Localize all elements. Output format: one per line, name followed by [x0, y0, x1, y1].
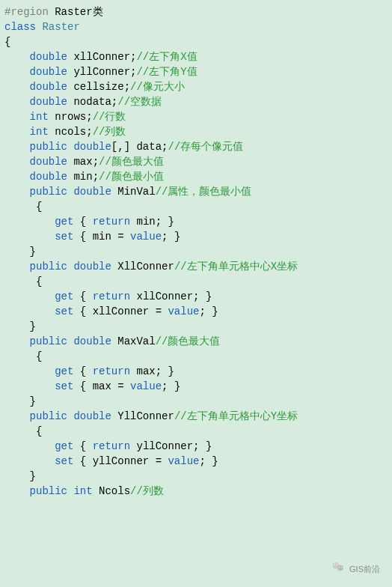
- code-token-txt: { yllConner =: [73, 455, 168, 467]
- code-token-txt: ; }: [162, 231, 180, 243]
- code-line: {: [4, 349, 392, 364]
- code-token-kw: return: [93, 216, 130, 228]
- code-token-txt: nodata;: [67, 96, 117, 108]
- code-token-kw: public: [30, 485, 67, 497]
- code-token-cm: //颜色最大值: [156, 335, 221, 347]
- code-token-kw: get: [55, 216, 73, 228]
- code-line: get { return yllConner; }: [4, 439, 392, 454]
- code-token-cm: //列数: [130, 485, 164, 497]
- code-line: double min;//颜色最小值: [4, 169, 392, 184]
- code-line: set { yllConner = value; }: [4, 454, 392, 469]
- code-token-txt: {: [73, 291, 92, 302]
- code-line: {: [4, 424, 392, 439]
- code-line: get { return xllConner; }: [4, 289, 392, 304]
- code-line: public double[,] data;//存每个像元值: [4, 139, 392, 154]
- code-token-kw: return: [93, 291, 130, 302]
- code-line: set { min = value; }: [4, 229, 392, 244]
- code-token-txt: min; }: [130, 216, 174, 228]
- code-token-kw: double: [73, 186, 111, 198]
- code-token-kw: double: [30, 96, 67, 108]
- code-token-txt: max;: [67, 156, 99, 168]
- code-line: }: [4, 319, 392, 334]
- code-token-kw: value: [168, 305, 199, 317]
- code-token-txt: {: [73, 365, 92, 377]
- svg-point-2: [334, 564, 335, 565]
- code-line: double xllConner;//左下角X值: [4, 49, 392, 64]
- code-token-txt: {: [73, 440, 92, 452]
- code-line: get { return max; }: [4, 364, 392, 379]
- code-token-txt: ; }: [199, 455, 218, 467]
- code-line: {: [4, 34, 392, 49]
- code-token-kw: public: [30, 335, 67, 347]
- code-token-txt: YllConner: [111, 410, 174, 422]
- code-token-cm: //空数据: [117, 96, 162, 108]
- code-token-cm: //左下角单元格中心Y坐标: [174, 410, 298, 422]
- code-token-kw: public: [30, 261, 67, 273]
- code-token-kw: get: [55, 365, 73, 377]
- code-token-kw: return: [93, 440, 130, 452]
- code-token-txt: ; }: [199, 305, 218, 317]
- code-token-txt: max; }: [130, 365, 174, 377]
- code-line: set { xllConner = value; }: [4, 304, 392, 319]
- svg-point-5: [341, 567, 342, 568]
- code-token-kw: double: [30, 81, 67, 93]
- code-token-kw: double: [73, 410, 111, 422]
- code-token-cm: //左下角单元格中心X坐标: [174, 261, 298, 273]
- code-token-kw: public: [30, 141, 67, 153]
- code-token-txt: nrows;: [49, 111, 93, 123]
- code-token-txt: [,] data;: [111, 141, 168, 153]
- code-token-cm: //属性，颜色最小值: [156, 186, 252, 198]
- code-token-txt: Ncols: [93, 485, 130, 497]
- code-token-type: Raster: [42, 21, 79, 33]
- code-token-txt: {: [73, 216, 92, 228]
- code-token-txt: }: [30, 395, 36, 407]
- code-token-kw: double: [30, 156, 67, 168]
- code-line: double nodata;//空数据: [4, 94, 392, 109]
- code-line: public double MinVal//属性，颜色最小值: [4, 184, 392, 199]
- code-line: {: [4, 274, 392, 289]
- code-token-txt: cellsize;: [67, 81, 130, 93]
- code-token-pp: #region: [4, 6, 49, 18]
- code-token-txt: }: [30, 470, 36, 482]
- code-token-txt: ncols;: [49, 126, 93, 138]
- code-token-txt: {: [30, 201, 43, 213]
- code-token-kw: get: [55, 440, 73, 452]
- code-token-kw: value: [130, 231, 162, 243]
- code-token-kw: int: [30, 111, 49, 123]
- code-token-cm: //存每个像元值: [168, 141, 243, 153]
- code-token-txt: MinVal: [111, 186, 156, 198]
- code-token-kw: get: [55, 291, 73, 302]
- code-token-txt: }: [30, 320, 36, 332]
- code-token-txt: XllConner: [111, 261, 174, 273]
- code-token-kw: double: [30, 66, 67, 78]
- svg-point-4: [339, 567, 340, 568]
- code-token-txt: xllConner; }: [130, 291, 212, 302]
- code-token-txt: { min =: [73, 231, 130, 243]
- code-token-kw: double: [30, 171, 67, 183]
- code-token-txt: xllConner;: [67, 51, 136, 63]
- code-token-cm: //颜色最大值: [99, 156, 164, 168]
- code-line: int nrows;//行数: [4, 109, 392, 124]
- code-line: double cellsize;//像元大小: [4, 79, 392, 94]
- code-token-cm: //颜色最小值: [99, 171, 164, 183]
- code-line: #region Raster类: [4, 4, 392, 19]
- code-line: }: [4, 394, 392, 409]
- code-token-cm: //像元大小: [130, 81, 185, 93]
- code-token-cm: //左下角Y值: [136, 66, 197, 78]
- watermark: GIS前沿: [331, 560, 380, 578]
- code-token-kw: int: [73, 485, 92, 497]
- svg-point-1: [337, 565, 343, 571]
- svg-point-3: [337, 564, 337, 565]
- code-token-kw: return: [93, 365, 130, 377]
- code-token-kw: double: [73, 335, 111, 347]
- code-line: }: [4, 469, 392, 484]
- code-token-txt: {: [4, 36, 10, 48]
- code-line: }: [4, 244, 392, 259]
- code-token-txt: min;: [67, 171, 99, 183]
- code-token-kw: int: [30, 126, 49, 138]
- wechat-icon: [331, 560, 345, 578]
- code-line: public double YllConner//左下角单元格中心Y坐标: [4, 409, 392, 424]
- code-line: class Raster: [4, 19, 392, 34]
- code-token-kw: value: [130, 380, 162, 392]
- code-line: double yllConner;//左下角Y值: [4, 64, 392, 79]
